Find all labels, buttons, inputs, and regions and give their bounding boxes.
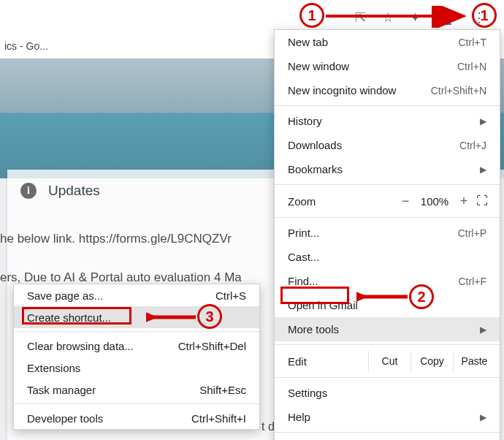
- menu-item-history[interactable]: History▶: [275, 109, 500, 133]
- menu-item-more-tools[interactable]: More tools▶: [275, 317, 500, 341]
- annotation-arrow-3: [146, 307, 203, 327]
- edit-copy-button[interactable]: Copy: [411, 351, 453, 371]
- annotation-label-1: 1: [299, 3, 324, 28]
- fullscreen-icon[interactable]: ⛶: [475, 194, 489, 208]
- menu-item-bookmarks[interactable]: Bookmarks▶: [275, 157, 500, 181]
- menu-item-cast[interactable]: Cast...: [275, 245, 500, 269]
- annotation-box-create-shortcut: [22, 307, 131, 325]
- chevron-right-icon: ▶: [480, 325, 486, 335]
- chrome-main-menu: New tabCtrl+T New windowCtrl+N New incog…: [274, 29, 500, 440]
- annotation-box-more-tools: [280, 287, 349, 304]
- chevron-right-icon: ▶: [480, 164, 486, 175]
- updates-heading: Updates: [48, 183, 100, 199]
- more-tools-submenu: Save page as...Ctrl+S Create shortcut...…: [13, 284, 260, 430]
- zoom-value: 100%: [416, 195, 453, 208]
- tab-title-fragment: ics - Go...: [4, 40, 48, 52]
- menu-item-edit-row: Edit Cut Copy Paste: [275, 348, 500, 374]
- menu-item-settings[interactable]: Settings: [275, 381, 500, 405]
- menu-item-new-tab[interactable]: New tabCtrl+T: [275, 30, 500, 54]
- zoom-in-button[interactable]: +: [453, 194, 475, 209]
- submenu-item-extensions[interactable]: Extensions: [14, 357, 259, 379]
- info-icon: i: [20, 183, 37, 199]
- background-text-line-2: ers, Due to AI & Portal auto evaluation …: [0, 270, 242, 285]
- submenu-item-developer-tools[interactable]: Developer toolsCtrl+Shift+I: [14, 407, 259, 429]
- submenu-item-task-manager[interactable]: Task managerShift+Esc: [14, 379, 259, 401]
- edit-paste-button[interactable]: Paste: [453, 351, 495, 371]
- menu-item-zoom: Zoom − 100% + ⛶: [275, 188, 500, 214]
- menu-item-help[interactable]: Help▶: [275, 405, 500, 429]
- background-text-line-1: he below link. https://forms.gle/L9CNQZV…: [0, 232, 232, 246]
- menu-item-downloads[interactable]: DownloadsCtrl+J: [275, 133, 500, 157]
- annotation-circle-1: 1: [472, 3, 497, 28]
- menu-item-new-window[interactable]: New windowCtrl+N: [275, 54, 500, 78]
- submenu-item-clear-browsing-data[interactable]: Clear browsing data...Ctrl+Shift+Del: [14, 335, 259, 357]
- menu-item-exit[interactable]: Exit: [275, 436, 500, 440]
- menu-item-print[interactable]: Print...Ctrl+P: [275, 221, 500, 245]
- annotation-arrow-1: [326, 6, 472, 28]
- annotation-arrow-2: [356, 287, 415, 307]
- submenu-item-save-page[interactable]: Save page as...Ctrl+S: [14, 284, 259, 306]
- chevron-right-icon: ▶: [480, 412, 486, 422]
- edit-cut-button[interactable]: Cut: [368, 351, 411, 371]
- chevron-right-icon: ▶: [480, 116, 486, 126]
- zoom-out-button[interactable]: −: [394, 194, 416, 209]
- updates-row: i Updates: [20, 183, 100, 199]
- menu-item-new-incognito[interactable]: New incognito windowCtrl+Shift+N: [275, 78, 500, 102]
